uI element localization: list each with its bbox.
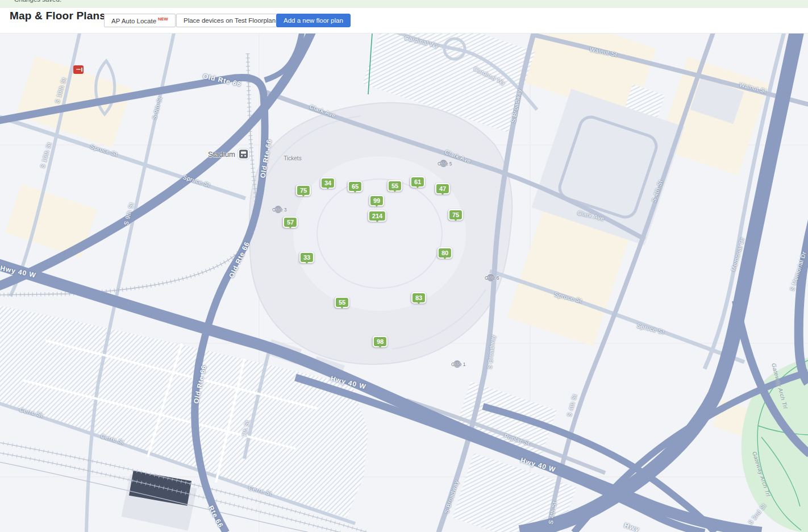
device-count-marker[interactable]: 33 xyxy=(299,252,314,263)
page-header: Map & Floor Plans AP Auto LocateNEW Plac… xyxy=(0,8,808,33)
device-count-marker[interactable]: 57 xyxy=(283,217,298,228)
place-devices-button[interactable]: Place devices on Test Floorplan xyxy=(176,14,283,27)
street-label: S 10th St xyxy=(39,142,52,169)
street-label: Walnut St xyxy=(739,81,767,94)
street-label: S Memorial Dr xyxy=(788,251,807,292)
device-count-marker[interactable]: 80 xyxy=(438,247,452,259)
street-label: Cardinal Wy xyxy=(473,65,507,86)
street-label: S 4th St xyxy=(547,501,558,525)
street-label: Old Rte 66 xyxy=(259,139,273,179)
street-label: S Broadway xyxy=(510,88,522,123)
device-count-marker[interactable]: 75 xyxy=(296,185,311,196)
street-label: Spruce St xyxy=(636,322,665,335)
device-count-marker[interactable]: 55 xyxy=(335,297,349,308)
street-label: S 2nd St xyxy=(747,502,767,526)
street-label: S 4th St xyxy=(650,179,664,203)
street-label: Old Rte 66 xyxy=(202,72,243,88)
map-overlay: Stadium Tickets Cardinal WyCardinal WyWa… xyxy=(0,34,808,532)
map-canvas[interactable]: Stadium Tickets Cardinal WyCardinal WyWa… xyxy=(0,33,808,532)
street-label: Poplar St xyxy=(503,432,531,446)
street-label: Hwy 40 W xyxy=(0,264,37,279)
street-label: S Broadway xyxy=(486,334,496,369)
street-label: Spruce St xyxy=(182,173,211,188)
password-autofill-icon[interactable]: ••• xyxy=(73,65,84,74)
notification-bar: Changes saved. xyxy=(0,0,808,8)
street-label: Hwy 40 W xyxy=(330,374,367,390)
street-label: Spruce St xyxy=(553,290,582,304)
street-label: S 9th St xyxy=(151,96,163,120)
device-count-marker[interactable]: 99 xyxy=(369,195,384,206)
street-label: Cerre St xyxy=(100,432,125,445)
street-label: Cardinal Wy xyxy=(404,34,440,49)
street-label: Clark Ave xyxy=(309,103,337,119)
street-label: S 4th St xyxy=(565,393,578,417)
street-label: Gateway Arch Trl xyxy=(770,363,789,410)
street-label: Memorial Dr xyxy=(730,236,746,272)
stadium-label: Stadium xyxy=(208,150,235,159)
device-count-marker[interactable]: 75 xyxy=(448,209,463,221)
street-label: 7th St xyxy=(240,419,251,438)
device-count-marker[interactable]: 214 xyxy=(368,210,386,222)
ap-auto-locate-button[interactable]: AP Auto LocateNEW xyxy=(104,14,176,27)
add-floor-plan-button[interactable]: Add a new floor plan xyxy=(276,14,351,27)
street-label: Rte 66 xyxy=(207,504,225,529)
street-label: Cerre St xyxy=(248,484,273,497)
street-label: Clark Ave xyxy=(444,148,472,165)
device-count-marker[interactable]: 65 xyxy=(348,181,363,192)
street-label: S Broadway xyxy=(443,479,460,514)
transit-station-icon[interactable] xyxy=(238,149,249,160)
street-label: Gateway Arch Trl xyxy=(751,451,772,497)
street-label: Hwy 40 W xyxy=(519,456,556,473)
page-title: Map & Floor Plans xyxy=(10,10,106,22)
street-label: Clark Ave xyxy=(577,209,605,222)
device-count-marker[interactable]: 83 xyxy=(411,292,426,304)
street-label: Cerre St xyxy=(19,406,44,418)
street-label: Walnut St xyxy=(589,45,618,57)
device-count-marker[interactable]: 55 xyxy=(388,180,402,192)
street-label: Spruce St xyxy=(89,143,118,157)
new-badge: NEW xyxy=(158,16,168,22)
street-label: Old Rte 66 xyxy=(192,364,208,405)
gate-poi: Gate 3 xyxy=(274,206,282,214)
notification-text: Changes saved. xyxy=(14,0,808,3)
device-count-marker[interactable]: 47 xyxy=(435,183,450,194)
device-count-marker[interactable]: 61 xyxy=(410,176,425,188)
street-label: S 9th St xyxy=(122,202,134,226)
stadium-poi: Stadium xyxy=(208,149,249,160)
gate-poi: Gate 1 xyxy=(453,360,461,368)
street-label: Hwy xyxy=(623,521,641,532)
street-label: S 10th St xyxy=(53,77,67,104)
tickets-label: Tickets xyxy=(284,155,301,161)
app-window: Changes saved. Map & Floor Plans AP Auto… xyxy=(0,0,808,532)
device-count-marker[interactable]: 34 xyxy=(320,177,335,189)
gate-poi: Gate 5 xyxy=(440,160,448,168)
device-count-marker[interactable]: 98 xyxy=(373,336,388,347)
street-label: Old Rte 66 xyxy=(227,240,251,280)
gate-poi: Gate 6 xyxy=(487,274,495,282)
